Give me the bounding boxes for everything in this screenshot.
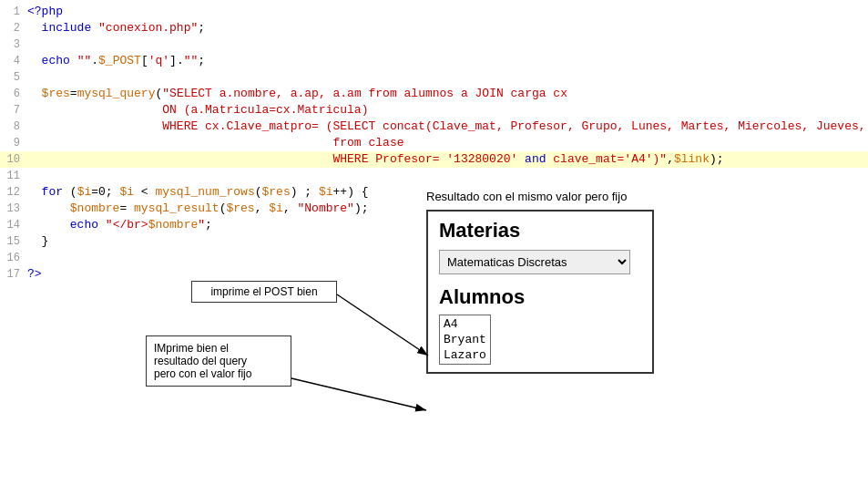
materias-dropdown[interactable]: Matematicas Discretas: [439, 250, 630, 274]
code-line-4: 4 echo "".$_POST['q']."";: [0, 53, 868, 69]
code-line-1: 1 <?php: [0, 4, 868, 20]
code-line-5: 5: [0, 69, 868, 86]
result-panel: Materias Matematicas Discretas Alumnos A…: [426, 210, 654, 374]
annotation-label-2: IMprime bien elresultado del querypero c…: [146, 335, 291, 387]
alumnos-title: Alumnos: [439, 285, 641, 309]
student-item: Lazaro: [444, 347, 486, 363]
materias-title: Materias: [439, 219, 641, 242]
svg-line-3: [291, 378, 426, 410]
student-list: A4 Bryant Lazaro: [439, 315, 491, 365]
annotation-area: Resultado con el mismo valor pero fijo M…: [0, 146, 868, 485]
resultado-label: Resultado con el mismo valor pero fijo: [426, 190, 627, 203]
code-line-2: 2 include "conexion.php";: [0, 20, 868, 36]
student-item: A4: [444, 316, 486, 332]
code-line-8: 8 WHERE cx.Clave_matpro= (SELECT concat(…: [0, 119, 868, 135]
code-line-7: 7 ON (a.Matricula=cx.Matricula): [0, 102, 868, 119]
annotation-label-1: imprime el POST bien: [191, 281, 337, 303]
student-item: Bryant: [444, 332, 486, 347]
code-line-3: 3: [0, 36, 868, 53]
code-line-6: 6 $res=mysql_query("SELECT a.nombre, a.a…: [0, 86, 868, 102]
svg-line-2: [337, 294, 428, 356]
